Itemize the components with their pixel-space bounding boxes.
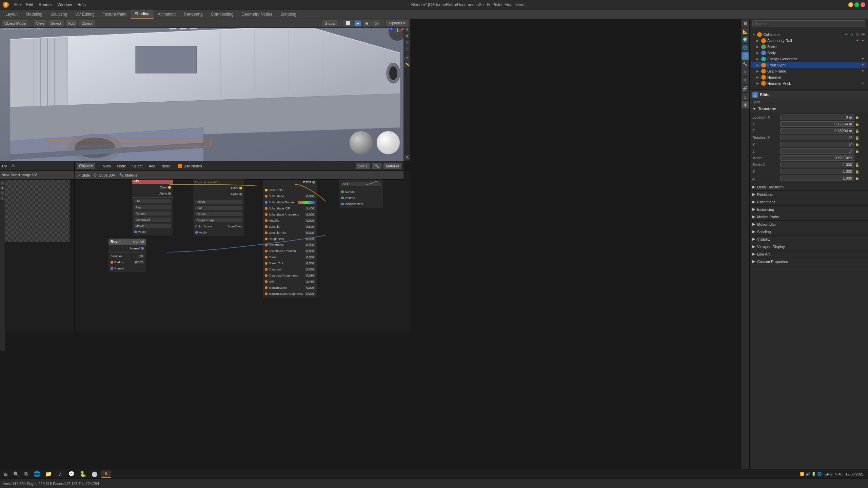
shading-section[interactable]: Shading: [750, 228, 868, 236]
menu-edit[interactable]: Edit: [23, 1, 36, 8]
scale-tool[interactable]: ⤡: [405, 40, 410, 45]
taskbar-python[interactable]: 🐍: [78, 470, 88, 478]
vis-btn-1[interactable]: 👁: [844, 32, 849, 37]
tab-layout[interactable]: Layout: [1, 9, 22, 19]
viewport-display-section[interactable]: Viewport Display: [750, 243, 868, 250]
tree-item-grip[interactable]: Grip Frame ▼: [751, 68, 867, 74]
ambient-node[interactable]: Pistol_AmbientOcclusion Pistol_AmbientO.…: [193, 174, 244, 236]
rot-x-lock[interactable]: 🔒: [855, 136, 865, 140]
prop-physics[interactable]: ⚛: [742, 77, 749, 84]
menu-render[interactable]: Render: [36, 1, 55, 8]
body-expand[interactable]: [756, 51, 760, 55]
eng-vis-1[interactable]: ▼: [861, 57, 865, 61]
tree-item-accessory-rail[interactable]: Accessory Rail 👁 ▼: [751, 38, 867, 44]
loc-x-lock[interactable]: 🔒: [855, 116, 865, 119]
line-art-section[interactable]: Line Art: [750, 250, 868, 258]
delta-transform-section[interactable]: Delta Transform: [750, 183, 868, 191]
rotate-tool[interactable]: ↺: [405, 33, 410, 39]
viewport-shading-solid[interactable]: ●: [354, 20, 361, 26]
breadcrumb-material[interactable]: Material: [125, 173, 138, 177]
tree-item-hummer[interactable]: Hummer: [751, 74, 867, 80]
ne-use-nodes[interactable]: Use Nodes: [178, 164, 202, 168]
node-object-btn[interactable]: Object ▾: [77, 163, 95, 169]
options-button[interactable]: Options ▾: [386, 20, 408, 26]
ne-add[interactable]: Add: [146, 163, 157, 169]
custom-properties-section[interactable]: Custom Properties: [750, 258, 868, 265]
minimize-button[interactable]: [848, 2, 853, 7]
tab-geometry-nodes[interactable]: Geometry Nodes: [237, 9, 276, 19]
menu-help[interactable]: Help: [75, 1, 88, 8]
prop-output[interactable]: 🖥: [742, 20, 749, 27]
rot-z-value[interactable]: 0°: [780, 148, 854, 154]
accessory-expand[interactable]: [756, 39, 760, 42]
transform-tool[interactable]: ⊹: [405, 46, 410, 52]
visibility-section[interactable]: Visibility: [750, 236, 868, 243]
loc-y-value[interactable]: 0.17164 m: [780, 121, 854, 127]
tree-item-hummer-prick[interactable]: Hummer Prick ▼: [751, 80, 867, 86]
search-button[interactable]: 🔍: [12, 470, 20, 478]
tab-scripting[interactable]: Scripting: [276, 9, 300, 19]
task-view[interactable]: ⧉: [22, 470, 31, 478]
barrel-expand[interactable]: [756, 45, 760, 48]
relations-section[interactable]: Relations: [750, 191, 868, 198]
uv-rotate-tool[interactable]: ↺: [0, 191, 4, 195]
grip-vis-1[interactable]: ▼: [861, 69, 865, 74]
menu-file[interactable]: File: [12, 1, 23, 8]
scale-z-lock[interactable]: 🔒: [855, 177, 865, 180]
loc-x-value[interactable]: 0 m: [780, 115, 854, 120]
mode-value[interactable]: XYZ Euler: [780, 155, 854, 161]
taskbar-discord[interactable]: 💬: [66, 470, 77, 478]
scale-y-value[interactable]: 1.000: [780, 169, 854, 174]
acc-vis-2[interactable]: ▼: [861, 38, 865, 43]
material-btn[interactable]: 🔧: [372, 163, 381, 169]
instancing-section[interactable]: Instancing: [750, 206, 868, 213]
loc-y-lock[interactable]: 🔒: [855, 122, 865, 126]
prop-particles[interactable]: ✴: [742, 68, 749, 76]
start-button[interactable]: ⊞: [1, 470, 10, 478]
ne-view[interactable]: View: [101, 163, 113, 169]
uv-move-tool[interactable]: ✥: [0, 186, 4, 190]
vis-btn-4[interactable]: 📷: [861, 32, 865, 37]
global-dropdown[interactable]: Global: [322, 20, 338, 26]
taskbar-explorer[interactable]: 📁: [43, 470, 54, 478]
frontsight-expand[interactable]: [756, 63, 760, 67]
tab-modeling[interactable]: Modeling: [22, 9, 46, 19]
close-button[interactable]: [861, 2, 865, 7]
rot-y-lock[interactable]: 🔒: [855, 143, 865, 146]
tab-texture-paint[interactable]: Texture Paint: [99, 9, 131, 19]
scene-search[interactable]: [752, 20, 865, 27]
principled-node[interactable]: Principled BSDF BSDF Base Color: [263, 172, 317, 298]
maximize-button[interactable]: [854, 2, 859, 7]
taskbar-blender[interactable]: B: [101, 470, 111, 478]
ne-node[interactable]: Node: [115, 163, 128, 169]
viewport-shading-rendered[interactable]: ◉: [363, 20, 371, 26]
uv-view-btn[interactable]: View: [2, 173, 9, 177]
taskbar-spotify[interactable]: ♪: [55, 470, 65, 478]
energy-expand[interactable]: [756, 57, 760, 61]
collection-expand[interactable]: [752, 33, 756, 36]
tab-shading[interactable]: Shading: [131, 9, 154, 19]
scale-y-lock[interactable]: 🔒: [855, 170, 865, 174]
transform-header[interactable]: Transform: [750, 105, 868, 113]
measure-tool[interactable]: 📏: [405, 62, 410, 67]
viewport-shading-material[interactable]: ◎: [372, 20, 380, 26]
annotate-tool[interactable]: ✏: [405, 55, 410, 61]
tree-item-body[interactable]: Body: [751, 50, 867, 56]
loc-z-value[interactable]: 0.68204 m: [780, 128, 854, 134]
cursor-tool[interactable]: ⊕: [405, 155, 410, 160]
scale-z-value[interactable]: 1.000: [780, 176, 854, 181]
motion-paths-section[interactable]: Motion Paths: [750, 213, 868, 221]
motion-blur-section[interactable]: Motion Blur: [750, 221, 868, 228]
viewport-shading-wire[interactable]: ⬜: [343, 20, 353, 26]
tab-compositing[interactable]: Compositing: [207, 9, 238, 19]
rot-x-value[interactable]: 0°: [780, 135, 854, 140]
taskbar-edge[interactable]: 🌐: [32, 470, 42, 478]
vis-btn-2[interactable]: 🖱: [850, 32, 854, 37]
vis-btn-3[interactable]: ⬛: [855, 32, 860, 37]
tab-animation[interactable]: Animation: [154, 9, 180, 19]
uv-uv-btn[interactable]: UV: [32, 173, 37, 177]
view-menu[interactable]: View: [34, 20, 46, 26]
node-area[interactable]: UV Color Alpha UV Flat: [75, 171, 410, 332]
viewport-3d[interactable]: User Perspective (1) Scene Collection | …: [0, 19, 410, 161]
object-menu[interactable]: Object: [79, 20, 95, 26]
